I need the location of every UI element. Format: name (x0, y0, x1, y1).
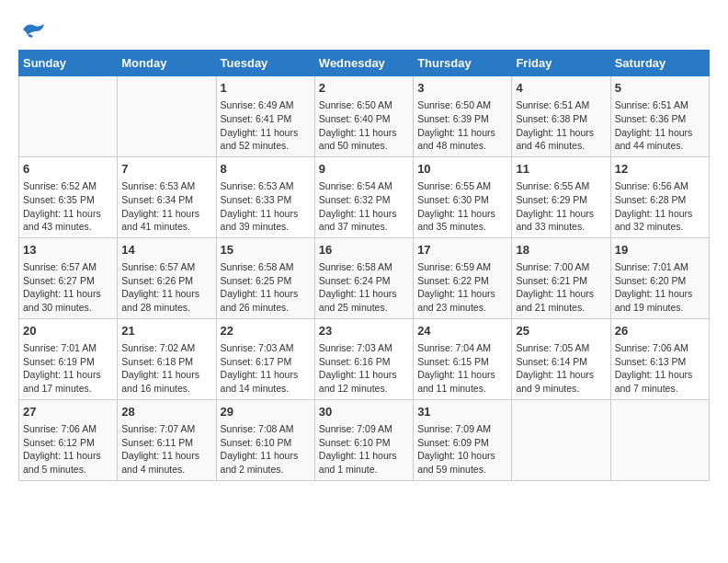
weekday-header-monday: Monday (118, 51, 216, 76)
calendar-cell: 18Sunrise: 7:00 AM Sunset: 6:21 PM Dayli… (512, 237, 610, 318)
calendar-cell: 4Sunrise: 6:51 AM Sunset: 6:38 PM Daylig… (512, 76, 610, 157)
day-number: 15 (221, 242, 311, 259)
calendar-cell: 19Sunrise: 7:01 AM Sunset: 6:20 PM Dayli… (610, 237, 709, 318)
day-info: Sunrise: 7:06 AM Sunset: 6:13 PM Dayligh… (615, 341, 705, 396)
page-header (18, 18, 710, 40)
day-number: 23 (319, 323, 409, 339)
weekday-header-row: SundayMondayTuesdayWednesdayThursdayFrid… (19, 51, 710, 76)
day-number: 22 (221, 323, 311, 339)
day-info: Sunrise: 6:58 AM Sunset: 6:25 PM Dayligh… (221, 260, 311, 315)
weekday-header-wednesday: Wednesday (314, 51, 413, 76)
calendar-cell: 5Sunrise: 6:51 AM Sunset: 6:36 PM Daylig… (610, 76, 709, 157)
day-info: Sunrise: 6:59 AM Sunset: 6:22 PM Dayligh… (417, 260, 507, 315)
logo-bird-icon (18, 18, 46, 40)
day-info: Sunrise: 6:55 AM Sunset: 6:30 PM Dayligh… (417, 179, 507, 234)
calendar-cell: 3Sunrise: 6:50 AM Sunset: 6:39 PM Daylig… (414, 76, 512, 157)
calendar-table: SundayMondayTuesdayWednesdayThursdayFrid… (18, 50, 710, 481)
calendar-cell: 29Sunrise: 7:08 AM Sunset: 6:10 PM Dayli… (216, 399, 314, 480)
calendar-cell: 25Sunrise: 7:05 AM Sunset: 6:14 PM Dayli… (512, 318, 610, 399)
day-number: 4 (516, 80, 606, 97)
day-info: Sunrise: 6:55 AM Sunset: 6:29 PM Dayligh… (516, 179, 606, 234)
calendar-week-row: 27Sunrise: 7:06 AM Sunset: 6:12 PM Dayli… (19, 399, 710, 480)
day-number: 21 (121, 323, 211, 339)
day-info: Sunrise: 6:50 AM Sunset: 6:40 PM Dayligh… (319, 98, 409, 153)
day-info: Sunrise: 6:54 AM Sunset: 6:32 PM Dayligh… (319, 179, 409, 234)
day-info: Sunrise: 6:57 AM Sunset: 6:26 PM Dayligh… (121, 260, 211, 315)
day-number: 10 (417, 161, 507, 178)
calendar-week-row: 1Sunrise: 6:49 AM Sunset: 6:41 PM Daylig… (19, 76, 710, 157)
calendar-week-row: 13Sunrise: 6:57 AM Sunset: 6:27 PM Dayli… (19, 237, 710, 318)
calendar-cell: 7Sunrise: 6:53 AM Sunset: 6:34 PM Daylig… (118, 156, 216, 237)
day-number: 1 (221, 80, 311, 97)
day-number: 26 (615, 323, 705, 339)
day-info: Sunrise: 7:00 AM Sunset: 6:21 PM Dayligh… (516, 260, 606, 315)
day-info: Sunrise: 7:06 AM Sunset: 6:12 PM Dayligh… (23, 422, 113, 477)
day-number: 30 (319, 404, 409, 420)
calendar-cell: 6Sunrise: 6:52 AM Sunset: 6:35 PM Daylig… (19, 156, 118, 237)
day-info: Sunrise: 7:09 AM Sunset: 6:09 PM Dayligh… (417, 422, 507, 477)
day-number: 29 (221, 404, 311, 420)
day-number: 31 (417, 404, 507, 420)
calendar-cell (610, 399, 709, 480)
day-number: 9 (319, 161, 409, 178)
calendar-week-row: 6Sunrise: 6:52 AM Sunset: 6:35 PM Daylig… (19, 156, 710, 237)
calendar-cell: 13Sunrise: 6:57 AM Sunset: 6:27 PM Dayli… (19, 237, 118, 318)
day-number: 25 (516, 323, 606, 339)
day-number: 24 (417, 323, 507, 339)
calendar-cell: 8Sunrise: 6:53 AM Sunset: 6:33 PM Daylig… (216, 156, 314, 237)
day-info: Sunrise: 7:04 AM Sunset: 6:15 PM Dayligh… (417, 341, 507, 396)
day-info: Sunrise: 7:08 AM Sunset: 6:10 PM Dayligh… (221, 422, 311, 477)
calendar-cell: 21Sunrise: 7:02 AM Sunset: 6:18 PM Dayli… (118, 318, 216, 399)
day-number: 17 (417, 242, 507, 259)
day-info: Sunrise: 7:07 AM Sunset: 6:11 PM Dayligh… (121, 422, 211, 477)
calendar-cell: 10Sunrise: 6:55 AM Sunset: 6:30 PM Dayli… (414, 156, 512, 237)
calendar-cell (118, 76, 216, 157)
calendar-cell: 11Sunrise: 6:55 AM Sunset: 6:29 PM Dayli… (512, 156, 610, 237)
day-number: 2 (319, 80, 409, 97)
calendar-cell: 23Sunrise: 7:03 AM Sunset: 6:16 PM Dayli… (314, 318, 413, 399)
calendar-cell: 31Sunrise: 7:09 AM Sunset: 6:09 PM Dayli… (414, 399, 512, 480)
weekday-header-friday: Friday (512, 51, 610, 76)
calendar-cell: 14Sunrise: 6:57 AM Sunset: 6:26 PM Dayli… (118, 237, 216, 318)
day-number: 16 (319, 242, 409, 259)
day-info: Sunrise: 6:53 AM Sunset: 6:33 PM Dayligh… (221, 179, 311, 234)
calendar-cell: 24Sunrise: 7:04 AM Sunset: 6:15 PM Dayli… (414, 318, 512, 399)
day-number: 18 (516, 242, 606, 259)
day-number: 7 (121, 161, 211, 178)
day-info: Sunrise: 7:09 AM Sunset: 6:10 PM Dayligh… (319, 422, 409, 477)
weekday-header-sunday: Sunday (19, 51, 118, 76)
calendar-cell: 2Sunrise: 6:50 AM Sunset: 6:40 PM Daylig… (314, 76, 413, 157)
day-number: 12 (615, 161, 705, 178)
day-info: Sunrise: 6:58 AM Sunset: 6:24 PM Dayligh… (319, 260, 409, 315)
calendar-cell: 17Sunrise: 6:59 AM Sunset: 6:22 PM Dayli… (414, 237, 512, 318)
calendar-cell: 22Sunrise: 7:03 AM Sunset: 6:17 PM Dayli… (216, 318, 314, 399)
calendar-cell: 26Sunrise: 7:06 AM Sunset: 6:13 PM Dayli… (610, 318, 709, 399)
weekday-header-tuesday: Tuesday (216, 51, 314, 76)
day-number: 20 (23, 323, 113, 339)
day-info: Sunrise: 7:01 AM Sunset: 6:19 PM Dayligh… (23, 341, 113, 396)
day-info: Sunrise: 6:53 AM Sunset: 6:34 PM Dayligh… (121, 179, 211, 234)
weekday-header-thursday: Thursday (414, 51, 512, 76)
day-number: 27 (23, 404, 113, 420)
day-number: 11 (516, 161, 606, 178)
day-info: Sunrise: 7:02 AM Sunset: 6:18 PM Dayligh… (121, 341, 211, 396)
weekday-header-saturday: Saturday (610, 51, 709, 76)
day-info: Sunrise: 6:50 AM Sunset: 6:39 PM Dayligh… (417, 98, 507, 153)
calendar-cell: 12Sunrise: 6:56 AM Sunset: 6:28 PM Dayli… (610, 156, 709, 237)
day-info: Sunrise: 7:05 AM Sunset: 6:14 PM Dayligh… (516, 341, 606, 396)
day-number: 13 (23, 242, 113, 259)
day-info: Sunrise: 7:03 AM Sunset: 6:17 PM Dayligh… (221, 341, 311, 396)
calendar-cell: 27Sunrise: 7:06 AM Sunset: 6:12 PM Dayli… (19, 399, 118, 480)
day-number: 8 (221, 161, 311, 178)
day-number: 19 (615, 242, 705, 259)
calendar-cell: 16Sunrise: 6:58 AM Sunset: 6:24 PM Dayli… (314, 237, 413, 318)
calendar-cell: 28Sunrise: 7:07 AM Sunset: 6:11 PM Dayli… (118, 399, 216, 480)
day-info: Sunrise: 6:49 AM Sunset: 6:41 PM Dayligh… (221, 98, 311, 153)
day-info: Sunrise: 6:52 AM Sunset: 6:35 PM Dayligh… (23, 179, 113, 234)
day-number: 28 (121, 404, 211, 420)
calendar-cell (19, 76, 118, 157)
day-info: Sunrise: 6:56 AM Sunset: 6:28 PM Dayligh… (615, 179, 705, 234)
day-info: Sunrise: 6:51 AM Sunset: 6:38 PM Dayligh… (516, 98, 606, 153)
day-info: Sunrise: 7:03 AM Sunset: 6:16 PM Dayligh… (319, 341, 409, 396)
day-number: 3 (417, 80, 507, 97)
